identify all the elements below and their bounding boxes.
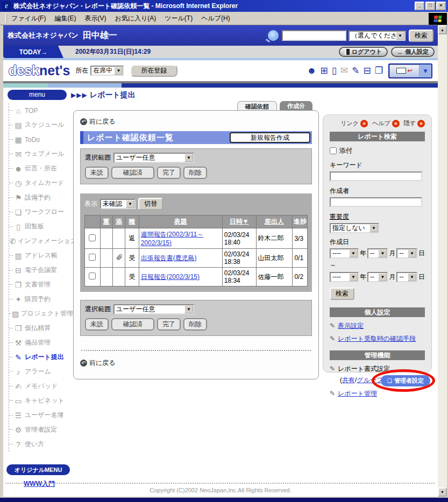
mail-icon[interactable]: ✉ [340, 66, 348, 75]
month-select[interactable]: --▼ [367, 248, 388, 259]
sidebar-item-document[interactable]: ❐文書管理 [9, 277, 73, 292]
logout-button[interactable]: ログアウト [339, 47, 388, 57]
tab-confirm-request[interactable]: 確認依頼 [237, 101, 277, 111]
sidebar-item-circular[interactable]: ▯回覧板 [9, 219, 73, 234]
delete-button[interactable]: 削除 [183, 167, 207, 179]
today-button[interactable]: TODAY→ [3, 46, 63, 58]
report-subject-link[interactable]: 出張報告書(鹿児島) [141, 254, 197, 262]
sidebar-item-adminsettings[interactable]: ⚙管理者設定 [9, 422, 73, 437]
menu-button[interactable]: menu [8, 90, 67, 100]
help-label[interactable]: ヘルプ [372, 119, 390, 127]
chevron-right-icon[interactable]: » [392, 120, 400, 127]
switch-button[interactable]: 切替 [138, 198, 163, 210]
vertical-scrollbar[interactable]: ▲ ▼ [438, 25, 447, 497]
sidebar-item-expense[interactable]: ❒仮払精算 [9, 321, 73, 335]
col-subject[interactable]: 表題 [139, 216, 222, 228]
display-select[interactable]: 未確認 ▼ [100, 199, 136, 209]
month-select[interactable]: --▼ [367, 272, 388, 282]
chevron-right-icon[interactable]: » [417, 120, 425, 127]
hide-label[interactable]: 隠す [404, 119, 416, 127]
book-icon[interactable]: ❐ [375, 66, 383, 75]
sidebar-item-conference[interactable]: ⊟電子会議室 [9, 263, 73, 277]
back-link[interactable]: ↶ 前に戻る [80, 117, 312, 126]
sidebar-item-message[interactable]: ☻伝言・所在 [9, 161, 73, 176]
report-search-button[interactable]: 検索 [330, 288, 354, 300]
sidebar-item-information[interactable]: ✆インフォメーション [9, 234, 73, 248]
row-checkbox[interactable] [89, 234, 96, 241]
menu-file[interactable]: ファイル(F) [11, 14, 46, 23]
window-style-dropdown[interactable]: ▼ [419, 64, 431, 77]
sidebar-item-top[interactable]: ⌂TOP [9, 103, 73, 118]
confirmed-button[interactable]: 確認済 [111, 167, 154, 179]
col-sender[interactable]: 差出人 [256, 216, 293, 228]
original-menu-button[interactable]: オリジナルMENU [6, 464, 70, 475]
col-important[interactable]: 重 [100, 216, 112, 228]
sidebar-item-memopad[interactable]: ✍メモパッド [9, 379, 73, 393]
sidebar-item-todo[interactable]: ▦ToDo [9, 132, 73, 147]
group-link[interactable]: グループ [357, 376, 383, 384]
maximize-button[interactable]: □ [425, 2, 435, 10]
sidebar-item-project[interactable]: ▧プロジェクト管理 [9, 306, 73, 321]
delete-button[interactable]: 削除 [183, 318, 207, 331]
presence-select[interactable]: 在席中 ▼ [90, 66, 124, 76]
sidebar-item-timecard[interactable]: ◷タイムカード [9, 176, 73, 190]
sidebar-item-cabinet[interactable]: ▭キャビネット [9, 393, 73, 408]
col-kind[interactable]: 種 [125, 216, 139, 228]
report-subject-link[interactable]: 日報報告(2002/3/15) [141, 273, 200, 281]
sidebar-item-schedule[interactable]: ▤スケジュール [9, 118, 73, 132]
attach-checkbox[interactable] [330, 147, 337, 154]
scroll-up-button[interactable]: ▲ [438, 25, 447, 34]
network-icon[interactable]: ⊞ [320, 66, 328, 75]
sidebar-item-webmail[interactable]: ✉ウェブメール [9, 147, 73, 161]
table-icon[interactable]: ⊟ [364, 66, 371, 75]
header-search-input[interactable] [282, 30, 346, 41]
mobile-icon[interactable]: ▯ [332, 66, 337, 75]
done-button[interactable]: 完了 [157, 167, 181, 179]
unread-button[interactable]: 未読 [85, 318, 109, 331]
day-select[interactable]: --▼ [396, 272, 417, 282]
menu-edit[interactable]: 編集(E) [54, 14, 76, 23]
range-select[interactable]: ユーザー任意 ▼ [113, 153, 194, 163]
chevron-right-icon[interactable]: » [360, 120, 368, 127]
sidebar-item-alarm[interactable]: ♪アラーム [9, 364, 73, 379]
search-category-select[interactable]: （選んでください） ▼ [349, 31, 406, 41]
admin-settings-button[interactable]: ❏ 管理者設定 [381, 375, 430, 386]
confirmed-button[interactable]: 確認済 [111, 318, 154, 331]
col-datetime[interactable]: 日時▼ [222, 216, 256, 228]
done-button[interactable]: 完了 [157, 318, 181, 331]
header-search-button[interactable]: 検索 [409, 30, 433, 42]
row-checkbox[interactable] [89, 272, 96, 279]
links-label[interactable]: リンク [340, 119, 359, 127]
sidebar-item-report[interactable]: ✎レポート提出 [9, 350, 73, 364]
sidebar-item-equipment[interactable]: ⚒備品管理 [9, 335, 73, 350]
day-select[interactable]: --▼ [396, 248, 417, 259]
presence-register-button[interactable]: 所在登録 [130, 64, 177, 77]
report-manage-link[interactable]: ✎ レポート管理 [330, 390, 425, 398]
keyword-input[interactable] [330, 171, 422, 181]
menu-help[interactable]: ヘルプ(H) [201, 14, 230, 23]
menu-view[interactable]: 表示(V) [84, 14, 106, 23]
sidebar-item-howto[interactable]: ?使い方 [9, 437, 73, 451]
person-icon[interactable]: ☻ [307, 66, 317, 75]
unread-button[interactable]: 未読 [85, 167, 109, 179]
sidebar-item-facility[interactable]: ⚑設備予約 [9, 190, 73, 205]
range-select[interactable]: ユーザー任意 ▼ [113, 304, 194, 314]
menu-favorites[interactable]: お気に入り(A) [115, 14, 156, 23]
report-icon[interactable]: ✎ [352, 66, 359, 75]
window-style-widget[interactable]: ↩ ▼ [388, 63, 432, 78]
author-input[interactable] [330, 197, 422, 207]
tab-created[interactable]: 作成分 [280, 101, 312, 111]
sidebar-item-workflow[interactable]: ❏ワークフロー [9, 205, 73, 219]
close-button[interactable]: × [436, 2, 446, 10]
sidebar-item-userlist[interactable]: ☰ユーザー名簿 [9, 408, 73, 422]
sidebar-item-purchase[interactable]: ✦購買予約 [9, 292, 73, 306]
report-subject-link[interactable]: 週間報告(2002/3/11～2002/3/15) [141, 231, 204, 247]
year-select[interactable]: ----▼ [330, 248, 359, 259]
minimize-button[interactable]: _ [415, 2, 424, 10]
new-report-button[interactable]: 新規報告作成 [230, 132, 310, 143]
shared-link[interactable]: 共有 [342, 376, 355, 384]
sidebar-item-addressbook[interactable]: ▥アドレス帳 [9, 248, 73, 263]
receive-settings-link[interactable]: ✎ レポート受取時の確認手段 [330, 335, 425, 343]
scroll-down-button[interactable]: ▼ [438, 487, 447, 497]
col-attach[interactable]: 添 [112, 216, 125, 228]
